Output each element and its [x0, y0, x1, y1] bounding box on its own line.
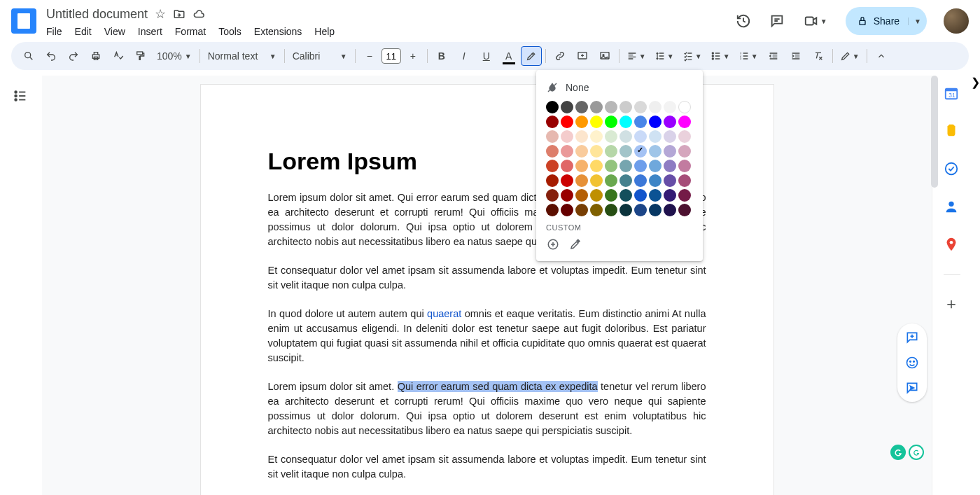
color-swatch[interactable]: [575, 116, 588, 128]
color-swatch[interactable]: [620, 130, 632, 143]
color-swatch[interactable]: [634, 145, 647, 158]
color-swatch[interactable]: [620, 101, 632, 113]
clear-formatting-button[interactable]: [808, 46, 829, 66]
undo-icon[interactable]: [41, 46, 62, 66]
custom-color-add-icon[interactable]: [546, 237, 560, 251]
color-swatch[interactable]: [649, 145, 662, 158]
share-dropdown-icon[interactable]: ▼: [908, 18, 921, 25]
color-swatch[interactable]: [605, 160, 617, 172]
color-swatch[interactable]: [575, 160, 588, 172]
sidebar-maps-icon[interactable]: [944, 237, 960, 253]
color-swatch[interactable]: [605, 145, 617, 158]
share-button[interactable]: Share ▼: [846, 7, 927, 35]
insert-link-icon[interactable]: [550, 46, 570, 66]
cloud-status-icon[interactable]: [192, 8, 205, 20]
color-swatch[interactable]: [546, 189, 559, 202]
numbered-list-button[interactable]: 123▼: [735, 46, 762, 66]
color-swatch[interactable]: [664, 145, 676, 158]
sidebar-addons-icon[interactable]: ＋: [944, 296, 960, 313]
color-swatch[interactable]: [590, 174, 603, 187]
color-swatch[interactable]: [620, 189, 632, 202]
color-swatch[interactable]: [649, 130, 662, 143]
search-menus-icon[interactable]: [18, 46, 39, 66]
color-swatch[interactable]: [678, 174, 691, 187]
color-swatch[interactable]: [634, 204, 647, 216]
paint-format-icon[interactable]: [130, 46, 151, 66]
color-swatch[interactable]: [575, 204, 588, 216]
menu-edit[interactable]: Edit: [75, 26, 92, 37]
color-swatch[interactable]: [561, 145, 573, 158]
color-swatch[interactable]: [634, 116, 647, 128]
color-swatch[interactable]: [561, 116, 573, 128]
line-spacing-button[interactable]: ▼: [651, 46, 678, 66]
color-swatch[interactable]: [620, 174, 632, 187]
star-icon[interactable]: ☆: [155, 6, 166, 22]
color-swatch[interactable]: [590, 101, 603, 113]
color-swatch[interactable]: [546, 204, 559, 216]
color-swatch[interactable]: [678, 204, 691, 216]
color-swatch[interactable]: [678, 189, 691, 202]
color-swatch[interactable]: [649, 204, 662, 216]
color-swatch[interactable]: [634, 174, 647, 187]
color-swatch[interactable]: [664, 174, 676, 187]
outline-toggle-icon[interactable]: [13, 88, 29, 105]
color-swatch[interactable]: [634, 101, 647, 113]
color-swatch[interactable]: [664, 130, 676, 143]
color-swatch[interactable]: [678, 130, 691, 143]
color-none[interactable]: None: [546, 77, 693, 101]
color-swatch[interactable]: [605, 189, 617, 202]
docs-logo-icon[interactable]: [11, 8, 36, 34]
color-swatch[interactable]: [590, 160, 603, 172]
color-swatch[interactable]: [678, 160, 691, 172]
color-swatch[interactable]: [649, 116, 662, 128]
history-icon[interactable]: [735, 13, 752, 29]
align-button[interactable]: ▼: [623, 46, 650, 66]
sidebar-tasks-icon[interactable]: [944, 161, 960, 178]
color-swatch[interactable]: [620, 160, 632, 172]
indent-decrease-button[interactable]: [763, 46, 784, 66]
color-swatch[interactable]: [575, 189, 588, 202]
font-size-decrease[interactable]: −: [359, 46, 380, 66]
menu-extensions[interactable]: Extensions: [254, 26, 302, 37]
color-swatch[interactable]: [620, 116, 632, 128]
color-swatch[interactable]: [649, 174, 662, 187]
color-swatch[interactable]: [575, 101, 588, 113]
bold-button[interactable]: B: [431, 46, 452, 66]
color-swatch[interactable]: [575, 130, 588, 143]
color-swatch[interactable]: [634, 160, 647, 172]
color-swatch[interactable]: [561, 130, 573, 143]
meet-icon[interactable]: ▼: [802, 13, 829, 29]
grammarly-icon[interactable]: [890, 445, 906, 460]
color-swatch[interactable]: [649, 101, 662, 113]
italic-button[interactable]: I: [454, 46, 475, 66]
color-swatch[interactable]: [664, 160, 676, 172]
color-swatch[interactable]: [561, 189, 573, 202]
document-title[interactable]: Untitled document: [46, 7, 148, 22]
add-reaction-floating-icon[interactable]: [904, 354, 920, 371]
color-swatch[interactable]: [575, 174, 588, 187]
insert-image-icon[interactable]: [594, 46, 615, 66]
color-swatch[interactable]: [546, 130, 559, 143]
color-swatch[interactable]: [664, 116, 676, 128]
add-comment-floating-icon[interactable]: [904, 329, 920, 346]
account-avatar[interactable]: [944, 8, 969, 34]
menu-insert[interactable]: Insert: [138, 26, 162, 37]
eyedropper-icon[interactable]: [568, 237, 582, 251]
color-swatch[interactable]: [605, 174, 617, 187]
color-swatch[interactable]: [590, 189, 603, 202]
comments-icon[interactable]: [769, 13, 785, 29]
color-swatch[interactable]: [561, 101, 573, 113]
color-swatch[interactable]: [561, 174, 573, 187]
sidebar-collapse-icon[interactable]: ❯: [971, 76, 980, 495]
color-swatch[interactable]: [664, 189, 676, 202]
color-swatch[interactable]: [590, 130, 603, 143]
color-swatch[interactable]: [678, 145, 691, 158]
scrollbar[interactable]: [931, 76, 939, 202]
menu-view[interactable]: View: [104, 26, 125, 37]
indent-increase-button[interactable]: [785, 46, 806, 66]
suggest-edits-floating-icon[interactable]: [904, 379, 920, 396]
highlight-color-button[interactable]: [521, 46, 542, 66]
font-family-select[interactable]: Calibri▼: [288, 46, 351, 66]
add-comment-icon[interactable]: [572, 46, 593, 66]
color-swatch[interactable]: [620, 145, 632, 158]
